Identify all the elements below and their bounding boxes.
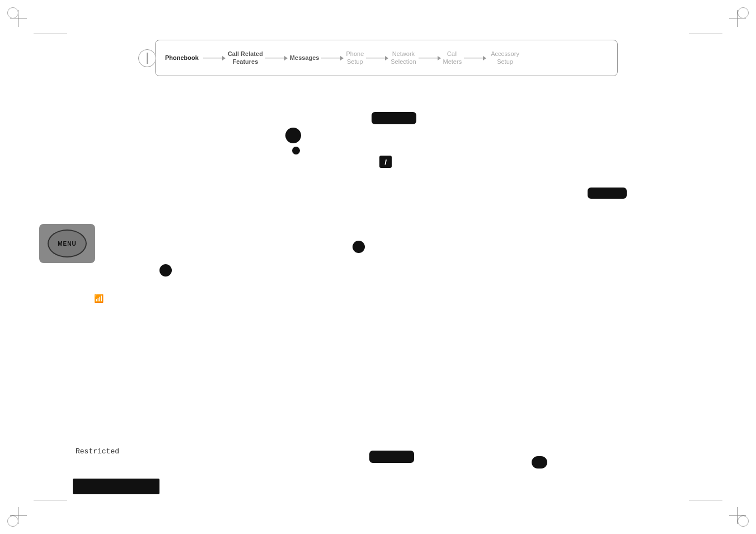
nav-item-phonebook[interactable]: Phonebook	[161, 54, 203, 62]
nav-label-call-meters: Call Meters	[443, 50, 462, 65]
nav-arrow-6	[464, 56, 486, 60]
nav-item-call-related[interactable]: Call Related Features	[226, 50, 265, 65]
black-rect-bottom	[73, 479, 159, 494]
crosshair-top-left	[10, 10, 27, 27]
indicator-top-center	[372, 112, 416, 124]
indicator-bottom-center	[369, 451, 414, 463]
nav-label-phone-setup: Phone Setup	[346, 50, 364, 65]
nav-label-messages: Messages	[290, 54, 320, 62]
nav-items-container: Phonebook Call Related Features Messages…	[161, 40, 618, 76]
nav-item-network[interactable]: Network Selection	[388, 50, 418, 65]
nav-item-phone-setup[interactable]: Phone Setup	[344, 50, 366, 65]
nav-label-network: Network Selection	[391, 50, 416, 65]
top-right-line	[689, 34, 722, 34]
nav-label-call-related: Call Related Features	[228, 50, 263, 65]
signal-icon: 📶	[94, 294, 104, 303]
dot-bottom-right	[532, 456, 547, 469]
dot-center-left-1	[285, 128, 301, 143]
nav-label-accessory: Accessory Setup	[491, 50, 519, 65]
nav-arrow-3	[321, 56, 344, 60]
nav-menu-icon	[138, 49, 156, 67]
menu-button-inner: MENU	[48, 229, 87, 257]
nav-arrow-5	[419, 56, 441, 60]
bottom-right-line	[689, 500, 722, 500]
dot-center-left-2	[292, 147, 300, 154]
dot-center	[353, 241, 365, 253]
menu-button[interactable]: MENU	[39, 224, 95, 263]
crosshair-bottom-left	[10, 507, 27, 524]
nav-item-call-meters[interactable]: Call Meters	[441, 50, 464, 65]
nav-arrow-1	[203, 56, 226, 60]
menu-button-label: MENU	[58, 241, 76, 247]
dot-left	[159, 264, 172, 277]
navigation-bar: Phonebook Call Related Features Messages…	[138, 40, 618, 76]
info-icon: I	[379, 156, 392, 168]
indicator-top-right	[588, 188, 627, 199]
nav-item-messages[interactable]: Messages	[288, 54, 322, 62]
restricted-text: Restricted	[76, 447, 119, 456]
nav-arrow-4	[366, 56, 388, 60]
info-icon-text: I	[384, 158, 387, 166]
bottom-left-line	[34, 500, 67, 500]
nav-item-accessory[interactable]: Accessory Setup	[486, 50, 524, 65]
crosshair-bottom-right	[729, 507, 746, 524]
top-left-line	[34, 34, 67, 34]
nav-arrow-2	[265, 56, 288, 60]
nav-label-phonebook: Phonebook	[165, 54, 199, 62]
crosshair-top-right	[729, 10, 746, 27]
